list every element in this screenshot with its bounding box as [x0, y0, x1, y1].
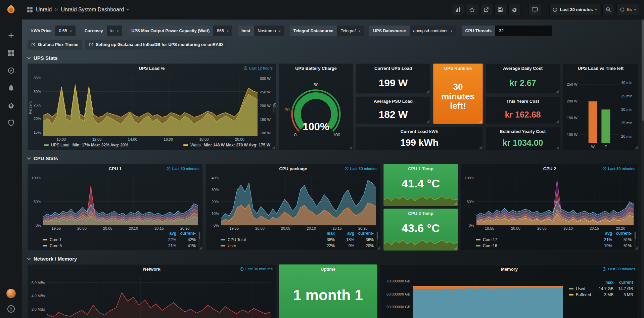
explore-compass-icon[interactable] — [8, 67, 14, 74]
variable-kwh-price[interactable]: kWh Price 0.65▾ — [28, 26, 76, 36]
panel-title[interactable]: Current UPS Load — [374, 66, 412, 71]
alerting-bell-icon[interactable] — [8, 85, 14, 91]
section-network-memory[interactable]: Network / Memory — [28, 256, 639, 262]
panel-title[interactable]: CPU 1 — [109, 166, 122, 171]
ups-load-chart[interactable]: Percent Watts 15%20%25%30%35%100 W150 W2… — [28, 73, 276, 142]
panel-title[interactable]: Uptime — [321, 267, 335, 272]
legend-col-avg[interactable]: avg — [335, 231, 354, 237]
series-name[interactable]: Core 1 — [50, 237, 62, 242]
section-ups-stats[interactable]: UPS Stats — [28, 55, 639, 61]
panel-title[interactable]: Memory — [501, 267, 518, 272]
add-panel-button[interactable] — [452, 4, 464, 15]
legend-col-max[interactable]: max — [315, 231, 335, 237]
svg-text:20:00: 20:00 — [235, 137, 244, 141]
breadcrumb-folder[interactable]: Unraid — [36, 7, 52, 13]
panel-title[interactable]: UPS Load vs Time left — [578, 66, 624, 71]
breadcrumb[interactable]: Unraid > Unraid System Dashboard ▾ — [27, 7, 129, 13]
panel-title[interactable]: Current Load kWh — [401, 129, 439, 134]
panel-title[interactable]: UPS Battery Charge — [295, 66, 337, 71]
variable-value[interactable]: 0.65▾ — [55, 26, 75, 36]
panel-title[interactable]: UPS Runtime — [444, 66, 472, 71]
breadcrumb-dashboard-title[interactable]: Unraid System Dashboard — [61, 7, 124, 13]
admin-shield-icon[interactable] — [8, 120, 14, 126]
variable-ups-datasource[interactable]: UPS Datasource apcupsd-container▾ — [369, 26, 456, 36]
cpu-threads-input[interactable]: 32 — [495, 26, 552, 36]
svg-text:50%: 50% — [467, 200, 474, 204]
memory-chart[interactable]: 50.000000 GB60.000000 GB70.000000 GB19:5… — [380, 273, 567, 318]
ups-load-vs-time-bars[interactable]: 100 W150 W200 W250 W20 min25 min30 min35… — [563, 73, 638, 150]
panel-title[interactable]: CPU 2 — [543, 166, 556, 171]
legend-scrollbar[interactable] — [198, 231, 200, 247]
scrollbar-thumb[interactable] — [642, 19, 644, 121]
panel-timerange[interactable]: Last 30 minutes — [167, 164, 199, 173]
legend-col-current[interactable]: current▾ — [176, 231, 196, 237]
help-icon[interactable]: ? — [7, 305, 15, 313]
zoom-out-button[interactable] — [602, 4, 614, 15]
variable-value[interactable]: Nostromo▾ — [254, 26, 284, 36]
share-button[interactable] — [480, 4, 492, 15]
series-name[interactable]: Core 17 — [483, 237, 497, 242]
panel-title[interactable]: CPU 2 Temp — [408, 211, 433, 216]
variable-value[interactable]: 865▾ — [213, 26, 232, 36]
panel-timerange[interactable]: Last 12 hours — [243, 64, 273, 73]
settings-button[interactable] — [508, 4, 520, 15]
legend-scrollbar[interactable] — [634, 231, 636, 247]
series-name[interactable]: CPU Total — [228, 237, 246, 242]
panel-title[interactable]: Average PSU Load — [374, 99, 413, 104]
legend-scrollbar[interactable] — [376, 231, 378, 247]
user-avatar[interactable] — [6, 288, 16, 299]
svg-text:14:00: 14:00 — [128, 137, 137, 141]
panel-timerange[interactable]: Last 30 minutes — [602, 265, 635, 273]
grafana-logo[interactable] — [6, 4, 16, 15]
panel-title[interactable]: Network — [143, 267, 160, 272]
save-button[interactable] — [494, 4, 506, 15]
star-button[interactable] — [466, 4, 478, 15]
series-name[interactable]: User — [228, 243, 236, 248]
legend-col-current[interactable]: current▾ — [612, 231, 632, 237]
variable-value[interactable]: kr▾ — [107, 26, 122, 36]
legend-item[interactable]: UPS Load Min: 17% Max: 32% Avg: 20% — [44, 143, 128, 147]
cpu-package-chart[interactable]: 0%10%20%30%40%19:5520:0020:0520:1020:152… — [206, 173, 380, 231]
variable-value[interactable]: apcupsd-container▾ — [410, 26, 456, 36]
panel-title[interactable]: CPU 1 Temp — [408, 166, 433, 171]
legend-col-avg[interactable]: avg — [157, 231, 176, 237]
legend-col-current[interactable]: current — [613, 280, 633, 286]
panel-timerange[interactable]: Last 30 minutes — [240, 265, 273, 273]
series-name[interactable]: Used — [576, 286, 585, 291]
page-scrollbar[interactable] — [641, 19, 644, 318]
variable-cpu-threads[interactable]: CPU Threads 32 — [462, 26, 553, 36]
panel-timerange[interactable]: Last 30 minutes — [602, 164, 635, 173]
series-name[interactable]: Core 16 — [483, 243, 497, 248]
dashboards-icon[interactable] — [8, 50, 14, 56]
section-cpu-stats[interactable]: CPU Stats — [28, 155, 639, 161]
refresh-button[interactable]: 5s ▾ — [616, 4, 640, 15]
legend-col-avg[interactable]: avg — [593, 231, 612, 237]
battery-gauge[interactable]: 02050100100% — [279, 73, 353, 150]
series-name[interactable]: Core 5 — [50, 243, 62, 248]
network-chart[interactable]: 2.0 MBs4.0 MBs6.0 MBs19:5520:0020:0520:1… — [28, 273, 276, 318]
link-grafana-plex-theme[interactable]: Grafana Plex Theme — [28, 40, 82, 50]
panel-title[interactable]: CPU package — [279, 166, 307, 171]
variable-telegraf-datasource[interactable]: Telegraf Datasource Telegraf▾ — [290, 26, 364, 36]
variable-ups-max-output[interactable]: UPS Max Output Power Capacity (Watt) 865… — [128, 26, 232, 36]
variable-currency[interactable]: Currency kr▾ — [81, 26, 122, 36]
panel-title[interactable]: Estimated Yearly Cost — [500, 129, 546, 134]
time-range-picker[interactable]: Last 30 minutes ▾ — [549, 4, 600, 15]
create-plus-icon[interactable] — [8, 32, 14, 39]
panel-title[interactable]: UPS Load % — [139, 66, 165, 71]
panel-title[interactable]: Average Daily Cost — [503, 66, 543, 71]
refresh-interval-label[interactable]: 5s — [627, 7, 632, 12]
cycle-view-button[interactable] — [528, 4, 541, 15]
cpu1-chart[interactable]: 0%50%100%19:5520:0020:0520:1020:1520:20 — [28, 173, 202, 231]
panel-title[interactable]: This Years Cost — [506, 99, 539, 104]
variable-value[interactable]: Telegraf▾ — [337, 26, 364, 36]
cpu2-chart[interactable]: 0%50%100%19:5520:0020:0520:1020:1520:20 — [461, 173, 638, 231]
legend-col-max[interactable]: max — [594, 280, 613, 286]
series-name[interactable]: Buffered — [576, 292, 591, 297]
configuration-gear-icon[interactable] — [8, 102, 14, 109]
variable-host[interactable]: host Nostromo▾ — [238, 26, 284, 36]
legend-col-current[interactable]: current▾ — [354, 231, 374, 237]
legend-item[interactable]: Watts Min: 148 W Max: 278 W Avg: 175 W — [183, 143, 270, 147]
link-ups-monitoring-guide[interactable]: Setting up Grafana and InfluxDB for UPS … — [85, 40, 226, 50]
panel-timerange[interactable]: Last 30 minutes — [344, 164, 377, 173]
